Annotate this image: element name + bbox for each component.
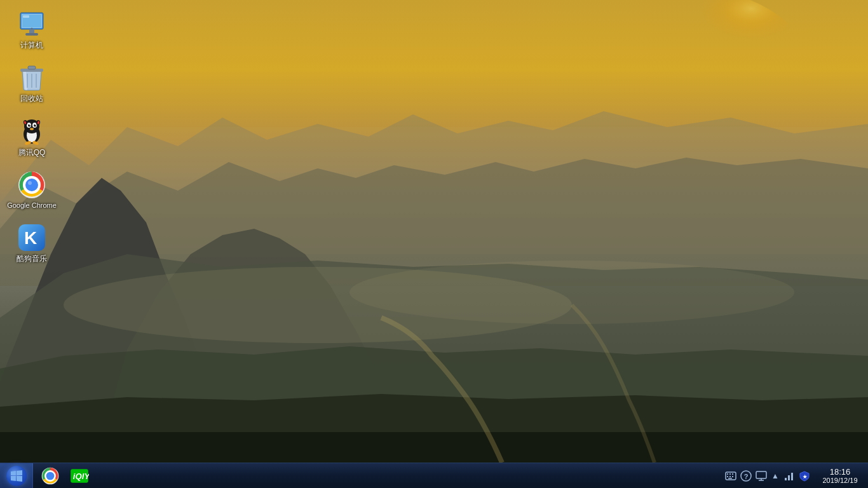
tray-expand-button[interactable]: ▲: [770, 470, 780, 482]
computer-label: 计算机: [20, 41, 43, 50]
svg-point-6: [349, 261, 794, 324]
svg-rect-48: [727, 473, 728, 475]
sun: [665, 64, 690, 89]
svg-point-29: [30, 128, 34, 130]
svg-point-5: [64, 267, 572, 343]
svg-text:iQIYI: iQIYI: [73, 471, 89, 480]
taskbar-app-iqiyi[interactable]: iQIYI: [65, 464, 93, 488]
svg-rect-11: [29, 29, 34, 33]
sky-streaks: [0, 0, 868, 127]
svg-rect-61: [788, 475, 790, 480]
svg-point-27: [29, 124, 31, 125]
svg-rect-16: [28, 66, 36, 69]
chrome-label: Google Chrome: [7, 201, 57, 210]
desktop-icon-recycle-bin[interactable]: 回收站: [6, 60, 57, 107]
svg-rect-12: [25, 33, 38, 36]
kugou-icon: K: [18, 224, 46, 252]
svg-rect-53: [732, 476, 733, 477]
windows-orb: [6, 466, 27, 486]
svg-rect-57: [756, 471, 766, 478]
desktop-icon-chrome[interactable]: Google Chrome: [6, 167, 57, 214]
svg-rect-54: [728, 478, 732, 479]
tray-network-icon[interactable]: [783, 470, 796, 482]
desktop-icon-kugou[interactable]: K 酷狗音乐: [6, 220, 57, 267]
recycle-bin-label: 回收站: [20, 94, 43, 103]
tray-keyboard-icon[interactable]: [724, 470, 737, 482]
mountain-landscape: [0, 0, 868, 463]
desktop-icons: 计算机 回收站: [6, 6, 57, 268]
tray-security-icon[interactable]: ★: [798, 470, 811, 482]
clock-area[interactable]: 18:16 2019/12/19: [815, 463, 865, 489]
svg-rect-7: [0, 432, 868, 463]
svg-rect-60: [785, 478, 787, 480]
svg-rect-4: [0, 216, 868, 248]
svg-rect-52: [729, 476, 731, 477]
svg-text:K: K: [24, 228, 37, 248]
svg-rect-49: [729, 473, 731, 475]
svg-text:★: ★: [803, 474, 808, 480]
svg-rect-51: [727, 476, 728, 477]
taskbar: iQIYI: [0, 463, 868, 488]
qq-label: 腾讯QQ: [18, 148, 46, 157]
tray-icons: ? ▲: [721, 470, 815, 482]
svg-point-39: [28, 181, 32, 185]
svg-rect-0: [0, 0, 868, 463]
svg-point-28: [35, 124, 36, 125]
svg-point-38: [25, 179, 38, 191]
desktop-icon-computer[interactable]: 计算机: [6, 6, 57, 53]
start-button[interactable]: [0, 463, 33, 489]
svg-rect-50: [732, 473, 733, 475]
tray-help-icon[interactable]: ?: [740, 470, 752, 482]
svg-text:?: ?: [744, 472, 749, 480]
taskbar-app-chrome[interactable]: [36, 464, 64, 488]
desktop: 计算机 回收站: [0, 0, 868, 488]
svg-rect-2: [0, 127, 868, 178]
svg-point-14: [31, 28, 33, 30]
qq-icon: [18, 118, 46, 146]
clock-time: 18:16: [830, 467, 851, 477]
system-tray: ? ▲: [718, 463, 868, 489]
tray-display-icon[interactable]: [755, 470, 768, 482]
recycle-bin-icon: [18, 64, 46, 92]
clock-date: 2019/12/19: [822, 477, 857, 484]
kugou-label: 酷狗音乐: [17, 254, 47, 263]
computer-icon: [18, 10, 46, 38]
desktop-icon-qq[interactable]: 腾讯QQ: [6, 114, 57, 161]
chrome-icon: [18, 171, 46, 199]
svg-rect-3: [0, 178, 868, 216]
svg-point-44: [46, 471, 55, 480]
svg-rect-62: [791, 473, 793, 480]
taskbar-apps: iQIYI: [33, 463, 97, 489]
svg-rect-13: [23, 15, 29, 18]
